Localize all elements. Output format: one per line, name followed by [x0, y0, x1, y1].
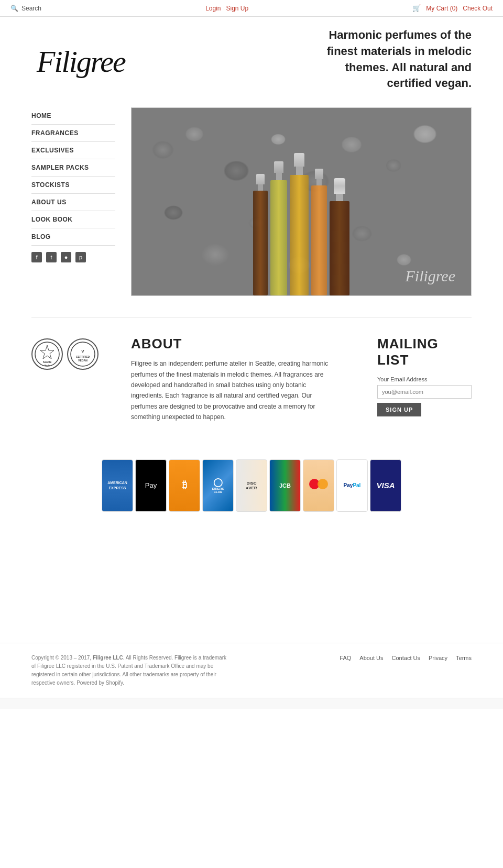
- mailing-email-label: Your Email Address: [377, 376, 472, 382]
- cap-4: [315, 169, 323, 179]
- cap-5: [334, 178, 345, 194]
- footer-bottom-bar: [0, 698, 503, 709]
- svg-text:Made: Made: [45, 364, 50, 367]
- bottle-2: [270, 128, 287, 295]
- svg-text:CERTIFIED: CERTIFIED: [76, 355, 90, 358]
- footer-link-contact-us[interactable]: Contact Us: [392, 655, 420, 661]
- applepay-label: Pay: [145, 481, 157, 489]
- sidebar: HOMEFRAGRANCESEXCLUSIVESSAMPLER PACKSSTO…: [31, 107, 115, 296]
- sidebar-item-blog[interactable]: BLOG: [31, 228, 115, 245]
- footer-link-privacy[interactable]: Privacy: [429, 655, 447, 661]
- diners-icon: ◯ DINERSCLUB: [202, 459, 234, 512]
- payment-section: AMERICANEXPRESS Pay ₿ ◯ DINERSCLUB DISC●…: [0, 438, 503, 538]
- sidebar-item-exclusives[interactable]: EXCLUSIVES: [31, 142, 115, 159]
- svg-text:V: V: [81, 349, 84, 354]
- powered-by-shopify[interactable]: Powered by Shopify: [76, 680, 123, 686]
- sidebar-nav: HOMEFRAGRANCESEXCLUSIVESSAMPLER PACKSSTO…: [31, 107, 115, 246]
- badges-row: Seattle Made V CERTIFIED VEGAN: [31, 338, 99, 370]
- paypal-label: PayPal: [344, 482, 361, 488]
- applepay-icon: Pay: [135, 459, 167, 512]
- visa-icon: VISA: [370, 459, 401, 512]
- body-1: [253, 191, 268, 295]
- search-label: Search: [21, 5, 41, 12]
- facebook-icon[interactable]: f: [31, 252, 42, 262]
- payment-icons-row: AMERICANEXPRESS Pay ₿ ◯ DINERSCLUB DISC●…: [102, 459, 401, 522]
- svg-text:Seattle: Seattle: [43, 360, 52, 364]
- footer-copyright: Copyright © 2013 – 2017, Filigree LLC. A…: [31, 654, 231, 687]
- mailing-title: MAILING LIST: [377, 336, 472, 368]
- checkout-link[interactable]: Check Out: [463, 5, 493, 12]
- neck-5: [336, 194, 343, 201]
- logo-area: Filigree: [31, 32, 147, 86]
- hero-image: Filigree: [131, 107, 472, 296]
- bottle-1: [253, 138, 268, 295]
- bottle-4: [311, 133, 327, 295]
- body-4: [311, 185, 327, 295]
- site-tagline: Harmonic perfumes of the finest material…: [304, 27, 472, 92]
- jcb-label: JCB: [279, 482, 291, 489]
- sidebar-item-sampler-packs[interactable]: SAMPLER PACKS: [31, 159, 115, 176]
- search-icon: 🔍: [10, 5, 18, 12]
- svg-text:Filigree: Filigree: [36, 45, 126, 79]
- mastercard-symbol: [308, 479, 329, 492]
- jcb-icon: JCB: [269, 459, 301, 512]
- site-footer: Copyright © 2013 – 2017, Filigree LLC. A…: [0, 643, 503, 698]
- section-divider-1: [31, 317, 472, 317]
- mailing-email-input[interactable]: [377, 385, 472, 399]
- body-2: [270, 180, 287, 295]
- neck-4: [316, 179, 322, 185]
- spacer: [0, 538, 503, 643]
- discover-icon: DISC●VER: [236, 459, 267, 512]
- bitcoin-icon: ₿: [169, 459, 200, 512]
- login-link[interactable]: Login: [205, 5, 221, 12]
- certified-vegan-badge: V CERTIFIED VEGAN: [67, 338, 99, 370]
- site-header: Filigree Harmonic perfumes of the finest…: [0, 17, 503, 102]
- pinterest-icon[interactable]: p: [75, 252, 86, 262]
- svg-marker-2: [40, 345, 54, 359]
- amex-icon: AMERICANEXPRESS: [102, 459, 133, 512]
- sidebar-item-about-us[interactable]: ABOUT US: [31, 194, 115, 211]
- cap-2: [274, 161, 283, 173]
- about-column: ABOUT Filigree is an independent perfume…: [131, 333, 362, 422]
- body-3: [290, 175, 309, 295]
- cart-area: 🛒 My Cart (0) Check Out: [412, 4, 493, 12]
- copyright-text: Copyright © 2013 – 2017, Filigree LLC. A…: [31, 655, 226, 686]
- footer-link-about-us[interactable]: About Us: [359, 655, 383, 661]
- footer-links: FAQAbout UsContact UsPrivacyTerms: [340, 654, 472, 661]
- signup-link[interactable]: Sign Up: [226, 5, 249, 12]
- svg-point-5: [71, 342, 95, 366]
- diners-label: ◯ DINERSCLUB: [212, 477, 224, 493]
- cap-3: [294, 153, 304, 167]
- neck-3: [296, 167, 303, 175]
- footer-link-faq[interactable]: FAQ: [340, 655, 351, 661]
- search-area[interactable]: 🔍 Search: [10, 5, 41, 12]
- bitcoin-symbol: ₿: [182, 480, 187, 491]
- sidebar-item-look-book[interactable]: LOOK BOOK: [31, 211, 115, 228]
- neck-2: [276, 173, 282, 180]
- sidebar-item-stockists[interactable]: STOCKISTS: [31, 177, 115, 193]
- sidebar-item-home[interactable]: HOME: [31, 107, 115, 124]
- seattle-made-badge: Seattle Made: [31, 338, 63, 370]
- about-title: ABOUT: [131, 336, 362, 352]
- mastercard-icon: [303, 459, 334, 512]
- auth-links: Login Sign Up: [205, 5, 248, 12]
- mailing-signup-button[interactable]: SIGN UP: [377, 403, 421, 416]
- cap-1: [256, 174, 265, 184]
- footer-link-terms[interactable]: Terms: [456, 655, 472, 661]
- logo-svg: Filigree: [31, 32, 136, 85]
- bottle-3: [290, 117, 309, 295]
- sidebar-item-fragrances[interactable]: FRAGRANCES: [31, 125, 115, 141]
- main-content: HOMEFRAGRANCESEXCLUSIVESSAMPLER PACKSSTO…: [0, 102, 503, 301]
- discover-label: DISC●VER: [246, 481, 257, 490]
- hero-section: Filigree: [131, 107, 472, 296]
- twitter-icon[interactable]: t: [46, 252, 57, 262]
- visa-label: VISA: [376, 481, 395, 490]
- about-body: Filigree is an independent perfume ateli…: [131, 358, 330, 422]
- top-nav: 🔍 Search Login Sign Up 🛒 My Cart (0) Che…: [0, 0, 503, 17]
- hero-watermark: Filigree: [405, 267, 455, 285]
- svg-text:VEGAN: VEGAN: [78, 359, 88, 362]
- social-icons: f t ● p: [31, 246, 115, 269]
- instagram-icon[interactable]: ●: [61, 252, 71, 262]
- paypal-icon: PayPal: [336, 459, 368, 512]
- cart-link[interactable]: My Cart (0): [426, 5, 457, 12]
